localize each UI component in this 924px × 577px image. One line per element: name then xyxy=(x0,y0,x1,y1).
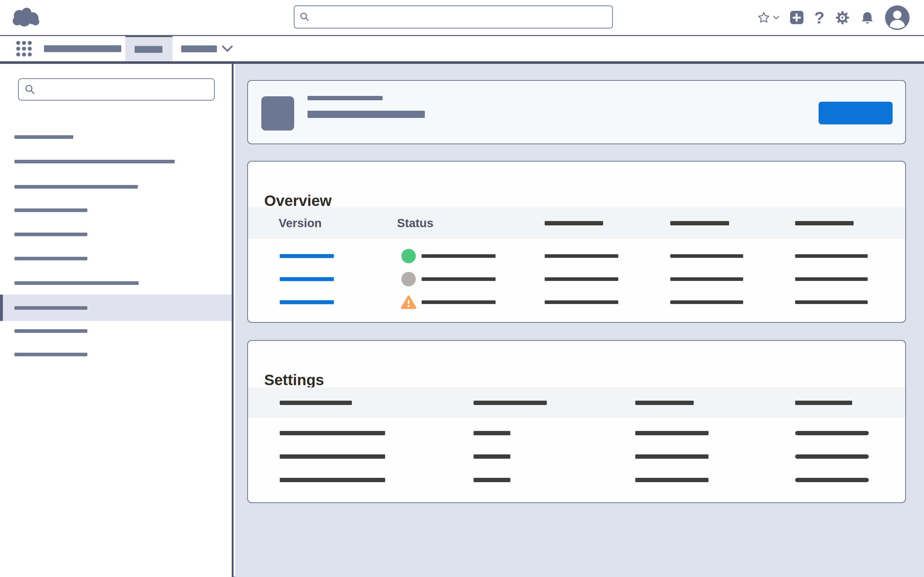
sidebar-item[interactable] xyxy=(0,295,232,321)
top-bar-actions: ? xyxy=(757,0,909,35)
sidebar-item-label-bar xyxy=(15,208,87,212)
overview-cell-bar xyxy=(422,277,496,281)
status-neutral-icon xyxy=(401,271,417,287)
sidebar-item[interactable] xyxy=(0,247,232,270)
sidebar-item-label-bar xyxy=(15,135,73,139)
sidebar-item[interactable] xyxy=(0,223,232,246)
page-body: Overview Version Status Settings xyxy=(0,64,924,577)
overview-title: Overview xyxy=(264,192,332,210)
sidebar-item[interactable] xyxy=(0,343,232,366)
settings-column-header-bar xyxy=(635,401,694,405)
settings-cell-bar xyxy=(473,431,510,435)
sidebar-item-label-bar xyxy=(15,281,139,285)
settings-row xyxy=(248,449,905,464)
main-content: Overview Version Status Settings xyxy=(235,64,924,577)
sidebar-item[interactable] xyxy=(0,272,232,295)
column-header-bar xyxy=(795,221,854,226)
user-avatar[interactable] xyxy=(885,5,909,30)
sidebar-item-label-bar xyxy=(15,257,87,260)
settings-table-header xyxy=(248,387,905,418)
settings-cell-bar xyxy=(280,431,385,435)
status-dot xyxy=(401,272,416,286)
settings-cell-bar xyxy=(635,478,709,482)
setup-gear-icon[interactable] xyxy=(835,10,850,25)
overview-card: Overview Version Status xyxy=(247,161,906,323)
settings-cell-bar xyxy=(635,455,709,459)
settings-cell-bar xyxy=(280,478,385,482)
column-header-version: Version xyxy=(279,216,321,230)
setup-sidebar xyxy=(0,64,234,577)
nav-tab-selected[interactable] xyxy=(125,35,173,61)
notifications-bell-icon[interactable] xyxy=(861,11,874,24)
overview-row xyxy=(248,294,905,310)
settings-column-header-bar xyxy=(473,401,547,405)
page-header-label-bar xyxy=(307,96,383,100)
nav-divider xyxy=(0,61,924,64)
nav-app-name-bar[interactable] xyxy=(44,45,121,52)
overview-cell-bar xyxy=(670,300,743,304)
sidebar-nav xyxy=(0,64,232,577)
settings-cell-bar xyxy=(795,455,869,459)
overview-cell-bar xyxy=(544,300,618,304)
nav-item-label-bar xyxy=(181,45,217,52)
overview-cell-bar xyxy=(795,277,868,281)
favorites-control[interactable] xyxy=(757,11,779,24)
settings-cell-bar xyxy=(280,455,385,459)
setup-app-screen: ? xyxy=(0,0,924,577)
sidebar-item-label-bar xyxy=(15,329,87,333)
overview-table-header: Version Status xyxy=(248,207,905,239)
overview-cell-bar xyxy=(544,277,618,281)
status-success-icon xyxy=(401,248,417,264)
settings-column-header-bar xyxy=(280,401,352,405)
overview-row xyxy=(248,248,905,264)
settings-row xyxy=(248,472,905,488)
help-icon[interactable]: ? xyxy=(814,10,824,26)
settings-card: Settings xyxy=(247,340,906,503)
quick-add-plus-icon[interactable] xyxy=(790,11,803,24)
page-header-card xyxy=(247,80,906,144)
version-link-bar[interactable] xyxy=(280,300,334,305)
sidebar-item-label-bar xyxy=(15,185,138,189)
overview-cell-bar xyxy=(422,254,496,258)
nav-item-dropdown[interactable] xyxy=(181,36,233,61)
global-search-input[interactable] xyxy=(314,10,607,23)
version-link-bar[interactable] xyxy=(280,254,334,258)
app-nav-bar xyxy=(0,36,924,61)
column-header-status: Status xyxy=(397,216,433,230)
search-icon xyxy=(300,12,310,22)
settings-cell-bar xyxy=(473,455,510,459)
sidebar-item[interactable] xyxy=(0,175,232,198)
column-header-bar xyxy=(544,221,603,226)
sidebar-item[interactable] xyxy=(0,126,232,148)
settings-cell-bar xyxy=(795,478,869,482)
settings-cell-bar xyxy=(473,478,510,482)
favorites-star-icon[interactable] xyxy=(757,11,770,24)
nav-tab-selected-label-bar xyxy=(135,46,162,53)
overview-cell-bar xyxy=(670,277,743,281)
primary-action-button[interactable] xyxy=(819,102,893,124)
sidebar-item[interactable] xyxy=(0,150,232,173)
sidebar-item-label-bar xyxy=(15,160,175,163)
version-link-bar[interactable] xyxy=(280,277,334,281)
app-launcher-icon[interactable] xyxy=(16,41,32,56)
global-search-box xyxy=(294,5,613,29)
chevron-down-icon xyxy=(222,45,233,52)
sidebar-item[interactable] xyxy=(0,319,232,343)
sidebar-item-label-bar xyxy=(15,306,87,310)
settings-row xyxy=(248,425,905,441)
top-bar: ? xyxy=(0,0,924,36)
column-header-bar xyxy=(670,221,729,226)
overview-cell-bar xyxy=(795,300,868,304)
status-dot xyxy=(401,249,416,263)
overview-cell-bar xyxy=(544,254,618,258)
overview-cell-bar xyxy=(795,254,868,258)
overview-cell-bar xyxy=(422,300,496,304)
settings-cell-bar xyxy=(635,431,709,435)
overview-row xyxy=(248,271,905,287)
settings-cell-bar xyxy=(795,431,869,435)
settings-title: Settings xyxy=(264,371,324,389)
sidebar-item[interactable] xyxy=(0,199,232,222)
page-object-icon xyxy=(261,96,294,131)
favorites-chevron-icon[interactable] xyxy=(773,16,779,20)
cloud-logo-icon xyxy=(11,6,41,28)
